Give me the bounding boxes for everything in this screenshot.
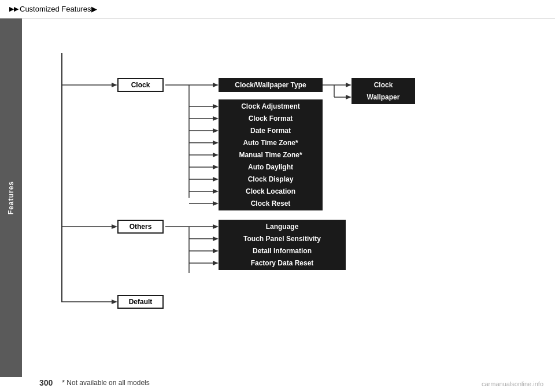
page-header: ▶▶ Customized Features▶ — [0, 0, 555, 19]
svg-marker-16 — [213, 140, 219, 145]
svg-marker-7 — [213, 83, 219, 87]
factory-data-reset-box: Factory Data Reset — [219, 256, 346, 270]
svg-marker-18 — [213, 153, 219, 157]
header-title: Customized Features▶ — [20, 5, 97, 13]
clock-box: Clock — [117, 78, 164, 92]
svg-marker-34 — [213, 224, 219, 229]
svg-marker-22 — [213, 177, 219, 182]
svg-marker-20 — [213, 165, 219, 169]
footer: 300 * Not available on all models — [22, 378, 555, 387]
svg-marker-3 — [112, 224, 117, 229]
svg-marker-31 — [346, 95, 352, 99]
sidebar-label: Features — [7, 181, 15, 215]
clock-wallpaper-type-box: Clock/Wallpaper Type — [219, 78, 323, 92]
svg-marker-40 — [213, 261, 219, 265]
watermark: carmanualsonline.info — [482, 380, 543, 387]
main-content: Clock Others Default Clock/Wallpaper Typ… — [22, 19, 555, 392]
svg-marker-36 — [213, 236, 219, 241]
default-box: Default — [117, 295, 164, 309]
svg-marker-14 — [213, 128, 219, 133]
page-number: 300 — [39, 378, 53, 387]
svg-marker-12 — [213, 116, 219, 121]
wallpaper-sub-box: Wallpaper — [352, 90, 415, 104]
header-arrows: ▶▶ — [9, 5, 18, 13]
svg-marker-38 — [213, 249, 219, 253]
svg-marker-24 — [213, 189, 219, 194]
others-box: Others — [117, 220, 164, 234]
left-vertical-line — [61, 53, 62, 302]
sidebar: Features — [0, 19, 22, 377]
footer-note: * Not available on all models — [62, 379, 149, 387]
svg-marker-28 — [346, 83, 352, 87]
svg-marker-5 — [112, 299, 117, 304]
svg-marker-26 — [213, 201, 219, 206]
clock-reset-box: Clock Reset — [219, 197, 323, 210]
svg-marker-1 — [112, 83, 117, 87]
svg-marker-10 — [213, 104, 219, 109]
